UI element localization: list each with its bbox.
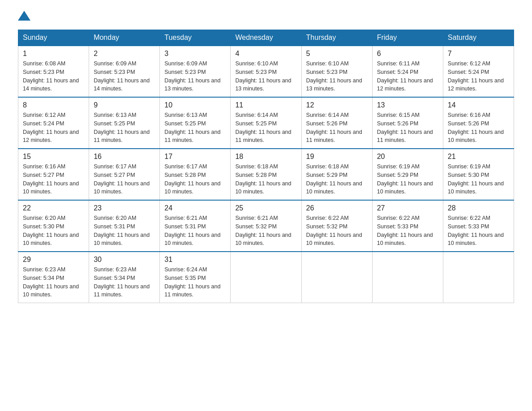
day-number: 14 — [448, 101, 509, 109]
day-info: Sunrise: 6:14 AMSunset: 5:26 PMDaylight:… — [306, 111, 368, 145]
column-header-thursday: Thursday — [301, 30, 372, 46]
calendar-cell: 30Sunrise: 6:23 AMSunset: 5:34 PMDayligh… — [89, 252, 160, 303]
calendar-cell — [443, 252, 514, 303]
logo-triangle-icon — [18, 11, 30, 21]
column-header-wednesday: Wednesday — [231, 30, 301, 46]
calendar-week-row: 1Sunrise: 6:08 AMSunset: 5:23 PMDaylight… — [18, 46, 514, 97]
day-info: Sunrise: 6:12 AMSunset: 5:24 PMDaylight:… — [23, 111, 84, 145]
day-number: 20 — [377, 153, 438, 161]
day-number: 24 — [164, 204, 226, 212]
calendar-week-row: 29Sunrise: 6:23 AMSunset: 5:34 PMDayligh… — [18, 252, 514, 303]
calendar-cell: 12Sunrise: 6:14 AMSunset: 5:26 PMDayligh… — [301, 97, 372, 149]
calendar-cell: 9Sunrise: 6:13 AMSunset: 5:25 PMDaylight… — [89, 97, 160, 149]
day-number: 16 — [94, 153, 155, 161]
calendar-cell — [301, 252, 372, 303]
day-info: Sunrise: 6:10 AMSunset: 5:23 PMDaylight:… — [235, 60, 296, 93]
day-number: 4 — [235, 50, 296, 58]
day-number: 1 — [23, 50, 84, 58]
day-number: 25 — [235, 204, 296, 212]
calendar-cell: 15Sunrise: 6:16 AMSunset: 5:27 PMDayligh… — [18, 149, 89, 200]
day-info: Sunrise: 6:24 AMSunset: 5:35 PMDaylight:… — [164, 265, 226, 299]
calendar-cell: 29Sunrise: 6:23 AMSunset: 5:34 PMDayligh… — [18, 252, 89, 303]
column-header-friday: Friday — [372, 30, 443, 46]
calendar-cell: 24Sunrise: 6:21 AMSunset: 5:31 PMDayligh… — [160, 200, 231, 252]
day-info: Sunrise: 6:19 AMSunset: 5:29 PMDaylight:… — [377, 163, 438, 196]
day-info: Sunrise: 6:15 AMSunset: 5:26 PMDaylight:… — [377, 111, 438, 145]
day-number: 17 — [164, 153, 226, 161]
calendar-cell: 21Sunrise: 6:19 AMSunset: 5:30 PMDayligh… — [443, 149, 514, 200]
day-info: Sunrise: 6:11 AMSunset: 5:24 PMDaylight:… — [377, 60, 438, 93]
day-number: 29 — [23, 256, 84, 264]
day-number: 11 — [235, 101, 296, 109]
day-number: 27 — [377, 204, 438, 212]
day-info: Sunrise: 6:19 AMSunset: 5:30 PMDaylight:… — [448, 163, 509, 196]
day-number: 12 — [306, 101, 368, 109]
day-number: 6 — [377, 50, 438, 58]
calendar-cell — [231, 252, 301, 303]
day-info: Sunrise: 6:10 AMSunset: 5:23 PMDaylight:… — [306, 60, 368, 93]
day-number: 10 — [164, 101, 226, 109]
day-info: Sunrise: 6:13 AMSunset: 5:25 PMDaylight:… — [94, 111, 155, 145]
calendar-cell: 11Sunrise: 6:14 AMSunset: 5:25 PMDayligh… — [231, 97, 301, 149]
day-number: 3 — [164, 50, 226, 58]
calendar-cell: 8Sunrise: 6:12 AMSunset: 5:24 PMDaylight… — [18, 97, 89, 149]
calendar-cell: 31Sunrise: 6:24 AMSunset: 5:35 PMDayligh… — [160, 252, 231, 303]
calendar-cell: 26Sunrise: 6:22 AMSunset: 5:32 PMDayligh… — [301, 200, 372, 252]
day-number: 7 — [448, 50, 509, 58]
day-number: 22 — [23, 204, 84, 212]
day-info: Sunrise: 6:09 AMSunset: 5:23 PMDaylight:… — [94, 60, 155, 93]
logo — [18, 13, 30, 21]
day-info: Sunrise: 6:23 AMSunset: 5:34 PMDaylight:… — [23, 265, 84, 299]
day-info: Sunrise: 6:16 AMSunset: 5:26 PMDaylight:… — [448, 111, 509, 145]
day-number: 30 — [94, 256, 155, 264]
calendar-cell: 27Sunrise: 6:22 AMSunset: 5:33 PMDayligh… — [372, 200, 443, 252]
day-info: Sunrise: 6:18 AMSunset: 5:29 PMDaylight:… — [306, 163, 368, 196]
day-number: 5 — [306, 50, 368, 58]
column-header-monday: Monday — [89, 30, 160, 46]
day-info: Sunrise: 6:17 AMSunset: 5:27 PMDaylight:… — [94, 163, 155, 196]
day-info: Sunrise: 6:22 AMSunset: 5:33 PMDaylight:… — [448, 214, 509, 248]
calendar-cell: 4Sunrise: 6:10 AMSunset: 5:23 PMDaylight… — [231, 46, 301, 97]
day-number: 28 — [448, 204, 509, 212]
calendar-table: SundayMondayTuesdayWednesdayThursdayFrid… — [18, 30, 514, 303]
day-number: 8 — [23, 101, 84, 109]
day-info: Sunrise: 6:08 AMSunset: 5:23 PMDaylight:… — [23, 60, 84, 93]
calendar-cell: 14Sunrise: 6:16 AMSunset: 5:26 PMDayligh… — [443, 97, 514, 149]
day-info: Sunrise: 6:16 AMSunset: 5:27 PMDaylight:… — [23, 163, 84, 196]
column-header-tuesday: Tuesday — [160, 30, 231, 46]
calendar-cell: 13Sunrise: 6:15 AMSunset: 5:26 PMDayligh… — [372, 97, 443, 149]
calendar-week-row: 22Sunrise: 6:20 AMSunset: 5:30 PMDayligh… — [18, 200, 514, 252]
day-info: Sunrise: 6:18 AMSunset: 5:28 PMDaylight:… — [235, 163, 296, 196]
calendar-cell: 23Sunrise: 6:20 AMSunset: 5:31 PMDayligh… — [89, 200, 160, 252]
calendar-cell: 25Sunrise: 6:21 AMSunset: 5:32 PMDayligh… — [231, 200, 301, 252]
day-info: Sunrise: 6:22 AMSunset: 5:33 PMDaylight:… — [377, 214, 438, 248]
day-info: Sunrise: 6:23 AMSunset: 5:34 PMDaylight:… — [94, 265, 155, 299]
day-info: Sunrise: 6:14 AMSunset: 5:25 PMDaylight:… — [235, 111, 296, 145]
calendar-cell: 1Sunrise: 6:08 AMSunset: 5:23 PMDaylight… — [18, 46, 89, 97]
calendar-cell: 16Sunrise: 6:17 AMSunset: 5:27 PMDayligh… — [89, 149, 160, 200]
calendar-cell: 22Sunrise: 6:20 AMSunset: 5:30 PMDayligh… — [18, 200, 89, 252]
column-header-sunday: Sunday — [18, 30, 89, 46]
calendar-cell: 5Sunrise: 6:10 AMSunset: 5:23 PMDaylight… — [301, 46, 372, 97]
day-info: Sunrise: 6:20 AMSunset: 5:30 PMDaylight:… — [23, 214, 84, 248]
day-number: 13 — [377, 101, 438, 109]
calendar-cell: 20Sunrise: 6:19 AMSunset: 5:29 PMDayligh… — [372, 149, 443, 200]
calendar-cell: 6Sunrise: 6:11 AMSunset: 5:24 PMDaylight… — [372, 46, 443, 97]
calendar-header-row: SundayMondayTuesdayWednesdayThursdayFrid… — [18, 30, 514, 46]
calendar-cell: 10Sunrise: 6:13 AMSunset: 5:25 PMDayligh… — [160, 97, 231, 149]
calendar-week-row: 15Sunrise: 6:16 AMSunset: 5:27 PMDayligh… — [18, 149, 514, 200]
calendar-cell: 2Sunrise: 6:09 AMSunset: 5:23 PMDaylight… — [89, 46, 160, 97]
day-number: 9 — [94, 101, 155, 109]
day-info: Sunrise: 6:20 AMSunset: 5:31 PMDaylight:… — [94, 214, 155, 248]
calendar-cell: 28Sunrise: 6:22 AMSunset: 5:33 PMDayligh… — [443, 200, 514, 252]
calendar-cell: 3Sunrise: 6:09 AMSunset: 5:23 PMDaylight… — [160, 46, 231, 97]
day-number: 19 — [306, 153, 368, 161]
day-info: Sunrise: 6:21 AMSunset: 5:31 PMDaylight:… — [164, 214, 226, 248]
day-number: 21 — [448, 153, 509, 161]
column-header-saturday: Saturday — [443, 30, 514, 46]
day-info: Sunrise: 6:21 AMSunset: 5:32 PMDaylight:… — [235, 214, 296, 248]
day-info: Sunrise: 6:17 AMSunset: 5:28 PMDaylight:… — [164, 163, 226, 196]
day-info: Sunrise: 6:09 AMSunset: 5:23 PMDaylight:… — [164, 60, 226, 93]
day-info: Sunrise: 6:12 AMSunset: 5:24 PMDaylight:… — [448, 60, 509, 93]
day-number: 31 — [164, 256, 226, 264]
